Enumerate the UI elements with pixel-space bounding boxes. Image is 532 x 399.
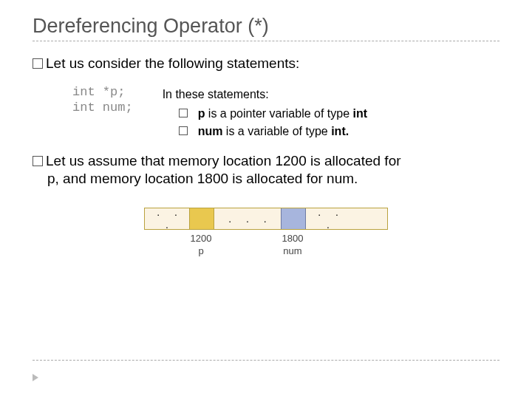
mem-addresses: 1200 1800 xyxy=(144,233,388,245)
item2-type: int. xyxy=(331,125,349,137)
name-p: p xyxy=(188,245,214,257)
bullet-2-prefix: Let xyxy=(46,153,65,168)
bullet-2-line2: p, and memory location 1800 is allocated… xyxy=(47,170,499,188)
bullet-1: Let us consider the following statements… xyxy=(33,55,499,72)
addr-num: 1800 xyxy=(280,233,305,245)
title-underline xyxy=(33,41,499,41)
mem-cell-p xyxy=(189,208,214,229)
in-these-block: In these statements: p is a pointer vari… xyxy=(163,84,367,140)
checkbox-icon xyxy=(33,58,43,69)
bullet-2: Let us assume that memory location 1200 … xyxy=(33,152,499,188)
bullet-2-line1: us assume that memory location 1200 is a… xyxy=(65,153,400,168)
in-these-item-1: p is a pointer variable of type int xyxy=(179,105,367,123)
in-these-item-2: num is a variable of type int. xyxy=(179,123,367,140)
mem-dots-mid: . . . xyxy=(214,208,281,229)
footer-rule xyxy=(33,360,499,361)
mem-names: p num xyxy=(144,245,388,257)
item2-mid: is a variable of type xyxy=(222,125,331,137)
mem-dots-left: . . . xyxy=(145,208,189,229)
item1-var: p xyxy=(198,107,205,120)
mem-cell-num xyxy=(281,208,306,229)
code-snippet: int *p; int num; xyxy=(33,84,163,116)
slide-title: Dereferencing Operator (*) xyxy=(33,15,499,38)
name-num: num xyxy=(280,245,305,257)
code-line-1: int *p; xyxy=(72,85,125,99)
bullet-1-prefix: Let xyxy=(46,55,65,71)
memory-strip: . . . . . . . . . xyxy=(144,208,388,230)
code-line-2: int num; xyxy=(72,100,133,115)
in-these-header: In these statements: xyxy=(163,86,367,103)
bullet-1-rest: us consider the following statements: xyxy=(65,55,299,71)
mem-dots-right: . . . xyxy=(306,208,350,229)
addr-p: 1200 xyxy=(188,233,214,245)
footer-arrow-icon xyxy=(33,374,38,381)
item1-type: int xyxy=(353,107,368,120)
checkbox-icon xyxy=(179,109,188,117)
item1-mid: is a pointer variable of type xyxy=(205,107,352,120)
slide-body: Let us consider the following statements… xyxy=(33,55,499,257)
code-and-explain-row: int *p; int num; In these statements: p … xyxy=(33,84,499,140)
memory-diagram: . . . . . . . . . 1200 1800 p num xyxy=(144,208,388,257)
checkbox-icon xyxy=(33,156,43,166)
checkbox-icon xyxy=(179,126,188,135)
item2-var: num xyxy=(198,125,223,137)
